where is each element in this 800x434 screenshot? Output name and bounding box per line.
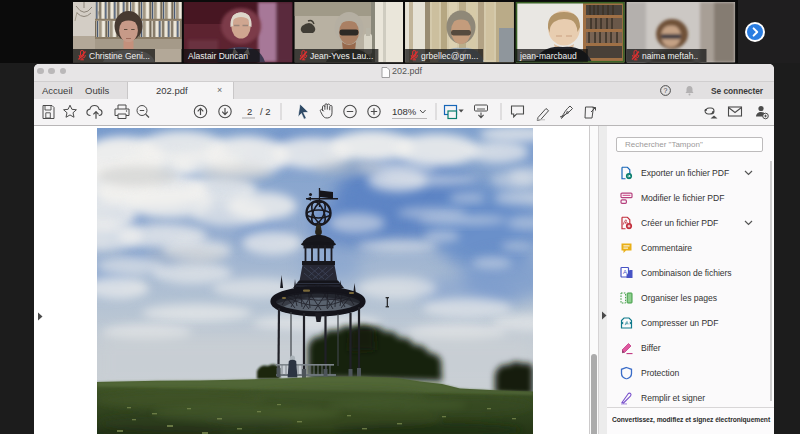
svg-text:Jean-Yves Lau...: Jean-Yves Lau... [310,51,373,61]
svg-text:108%: 108% [392,106,417,117]
svg-text:naima meftah..: naima meftah.. [642,51,698,61]
svg-text:?: ? [664,87,668,94]
svg-text:grbellec@gm...: grbellec@gm... [421,51,478,61]
svg-text:2: 2 [247,106,252,117]
svg-text:Alastair Duncan: Alastair Duncan [188,51,248,61]
svg-text:Christine Geni...: Christine Geni... [89,51,150,61]
svg-text:jean-marcbaud: jean-marcbaud [519,51,577,61]
svg-text:/ 2: / 2 [260,106,271,117]
svg-text:A: A [623,269,627,275]
